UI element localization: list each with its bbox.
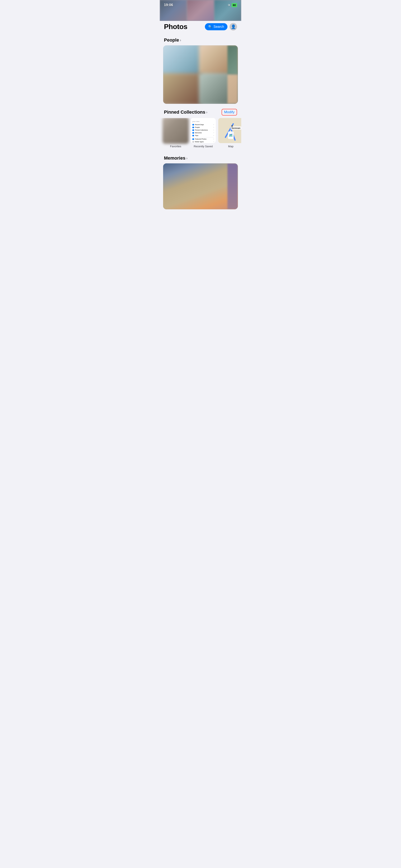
- pinned-chevron-icon: ›: [206, 110, 207, 115]
- rs-dot-5: [192, 135, 194, 136]
- rs-item-featured: Featured Photos ≡: [192, 138, 214, 140]
- memories-chevron-icon: ›: [186, 156, 188, 160]
- photos-header: Photos 🔍 Search 👤: [160, 21, 241, 33]
- rs-item-memories: Memories ≡: [192, 132, 214, 134]
- rs-drag-5: ≡: [213, 135, 214, 136]
- battery-level: 60: [233, 4, 236, 7]
- rs-drag-2: ≡: [213, 127, 214, 128]
- recently-saved-label: Recently Saved: [194, 145, 213, 148]
- rs-label-6: Featured Photos: [195, 138, 212, 140]
- rs-separator: [192, 137, 214, 137]
- rs-label-3: Pinned Collections: [195, 129, 212, 131]
- recently-saved-thumbnail: your view Recent Days ≡ People ≡ Pi: [191, 118, 216, 143]
- rs-item-trips: Trips ≡: [192, 134, 214, 136]
- people-photo-3: [163, 73, 202, 104]
- pinned-collections-title[interactable]: Pinned Collections ›: [164, 110, 207, 115]
- rs-dot-4: [192, 132, 194, 134]
- status-time: 19:06: [164, 3, 173, 7]
- rs-item-media: Media Types ≡: [192, 141, 214, 143]
- map-thumbnail: Semnan 🗺️: [218, 118, 241, 143]
- people-section-title[interactable]: People ›: [164, 37, 181, 43]
- memories-section: Memories ›: [160, 154, 241, 209]
- map-content: Semnan 🗺️: [218, 118, 241, 143]
- pinned-collections-header: Pinned Collections › Modify: [160, 107, 241, 118]
- battery-indicator: 60: [232, 3, 237, 7]
- airplane-icon: ✈: [228, 3, 230, 7]
- memories-photo-bg: [163, 163, 238, 209]
- side-photo-bottom: [227, 75, 238, 104]
- people-chevron-icon: ›: [180, 38, 181, 42]
- page-title: Photos: [164, 23, 187, 31]
- favorites-thumbnail: [162, 118, 189, 144]
- rs-dot-2: [192, 127, 194, 128]
- side-photo-top: [227, 45, 238, 74]
- rs-label-2: People: [195, 126, 212, 128]
- people-photo-1: [163, 45, 202, 76]
- profile-button[interactable]: 👤: [229, 23, 237, 31]
- pinned-collections-section: Pinned Collections › Modify Favorites yo…: [160, 107, 241, 152]
- people-side-photos: [227, 45, 238, 104]
- collection-favorites[interactable]: Favorites: [163, 118, 188, 148]
- rs-drag-3: ≡: [213, 129, 214, 131]
- recently-saved-content: your view Recent Days ≡ People ≡ Pi: [191, 118, 216, 143]
- rs-drag-6: ≡: [213, 138, 214, 140]
- rs-item-people: People ≡: [192, 126, 214, 128]
- map-icon: 🗺️: [228, 131, 234, 139]
- search-button[interactable]: 🔍 Search: [205, 23, 227, 30]
- rs-dot-6: [192, 138, 194, 140]
- modify-button[interactable]: Modify: [222, 109, 237, 116]
- person-icon: 👤: [231, 24, 236, 29]
- memories-side-strip: [227, 163, 238, 209]
- status-icons: ✈ 60: [228, 3, 237, 7]
- people-section-header: People ›: [160, 33, 241, 45]
- search-icon: 🔍: [208, 25, 212, 29]
- rs-label-4: Memories: [195, 132, 212, 134]
- rs-item-recent-days: Recent Days ≡: [192, 124, 214, 126]
- rs-label-7: Media Types: [195, 141, 212, 143]
- people-photo-cells: [163, 45, 238, 104]
- rs-drag-4: ≡: [213, 132, 214, 133]
- rs-drag-7: ≡: [213, 141, 214, 143]
- people-photos-grid[interactable]: [163, 45, 238, 104]
- favorites-label: Favorites: [170, 145, 181, 148]
- search-label: Search: [213, 25, 224, 29]
- memories-section-title[interactable]: Memories ›: [164, 155, 237, 161]
- rs-label-5: Trips: [195, 134, 212, 136]
- pinned-collections-scroll[interactable]: Favorites your view Recent Days ≡ People: [160, 118, 241, 152]
- bottom-spacer: [160, 209, 241, 218]
- status-bar: 19:06 ✈ 60: [160, 0, 241, 9]
- rs-dot-3: [192, 129, 194, 131]
- collection-map[interactable]: Semnan 🗺️ Map: [218, 118, 241, 148]
- collection-recently-saved[interactable]: your view Recent Days ≡ People ≡ Pi: [191, 118, 216, 148]
- rs-dot-1: [192, 124, 194, 126]
- rs-item-pinned: Pinned Collections ≡: [192, 129, 214, 131]
- memories-header: Memories ›: [160, 154, 241, 163]
- memories-photo[interactable]: [163, 163, 238, 209]
- your-view-label: your view: [192, 121, 214, 122]
- people-section: People ›: [160, 33, 241, 104]
- map-icon-bar: 🗺️: [228, 131, 234, 139]
- map-location-label: Semnan: [230, 126, 241, 130]
- header-photo-area: 19:06 ✈ 60: [160, 0, 241, 21]
- rs-label-1: Recent Days: [195, 124, 212, 126]
- header-actions: 🔍 Search 👤: [205, 23, 237, 31]
- rs-drag-1: ≡: [213, 124, 214, 125]
- map-label: Map: [228, 145, 233, 148]
- rs-dot-7: [192, 141, 194, 143]
